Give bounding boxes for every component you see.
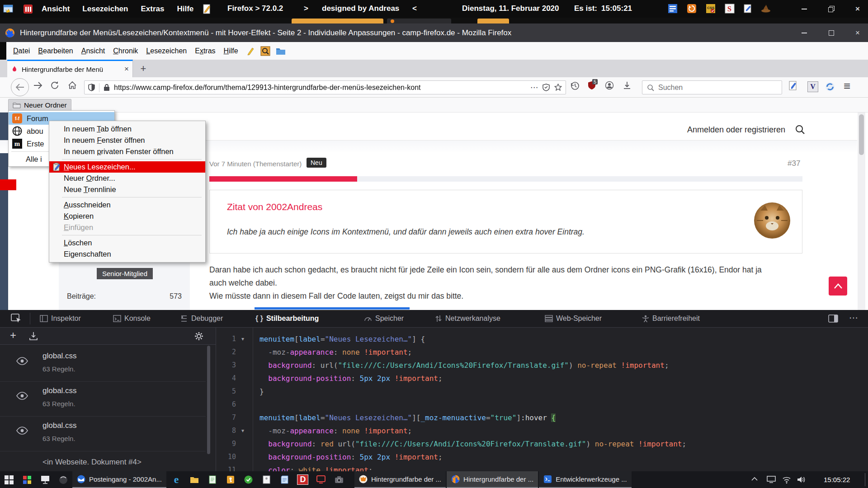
taskbar-dark-sphere-icon[interactable] — [54, 471, 72, 488]
tab-active[interactable]: Hintergrundfarbe der Menü × — [7, 60, 133, 77]
code-line[interactable]: menuitem[label="Neues Lesezeichen…"][_mo… — [259, 411, 556, 424]
style-editor-options-gear-icon[interactable] — [194, 332, 203, 341]
context-item-cut[interactable]: Ausschneiden — [49, 199, 205, 211]
account-button[interactable] — [605, 81, 614, 90]
taskbar-window-firefox-2[interactable]: Hintergrundfarbe der ... — [447, 471, 538, 488]
url-bar[interactable]: https://www.camp-firefox.de/forum/thema/… — [84, 80, 566, 94]
menu-bearbeiten[interactable]: Bearbeiten — [34, 45, 77, 57]
topbar-close-button[interactable]: × — [847, 0, 868, 18]
context-item-properties[interactable]: Eigenschaften — [49, 249, 205, 260]
taskbar-red-monitor-icon[interactable] — [312, 471, 330, 488]
page-actions-dots-icon[interactable]: ⋯ — [530, 83, 538, 92]
stylesheet-list-scrollbar[interactable] — [207, 345, 211, 488]
download-button[interactable] — [623, 81, 631, 89]
background-tab-fragment-orange[interactable] — [292, 19, 383, 23]
code-line[interactable]: -moz-appearance: none !important; — [259, 346, 412, 359]
import-stylesheet-button[interactable] — [29, 332, 38, 341]
stylish-icon[interactable]: S — [721, 0, 739, 17]
topbar-menu-ansicht[interactable]: Ansicht — [42, 5, 70, 14]
taskbar-card-icon[interactable] — [258, 471, 276, 488]
signin-link[interactable]: Anmelden oder registrieren — [687, 125, 785, 135]
firefox-close-button[interactable]: × — [847, 23, 868, 42]
menu-hilfe[interactable]: Hilfe — [220, 45, 242, 57]
firefox-minimize-button[interactable] — [794, 23, 815, 42]
show-desktop-sliver[interactable] — [865, 473, 865, 486]
notepad-icon[interactable] — [739, 0, 757, 17]
code-line[interactable]: } — [259, 385, 264, 398]
taskbar-d-app-icon[interactable]: D — [294, 471, 312, 488]
eye-visible-icon[interactable] — [16, 427, 28, 435]
new-stylesheet-button[interactable]: + — [10, 329, 16, 342]
history-button[interactable] — [571, 81, 580, 90]
taskbar-window-posteingang[interactable]: Posteingang - 2002An... — [72, 471, 166, 488]
witch-hat-icon[interactable] — [757, 0, 775, 17]
notes-pencil-icon[interactable] — [200, 0, 213, 17]
menubar-folder-icon[interactable] — [273, 42, 288, 59]
topbar-menu-hilfe[interactable]: Hilfe — [177, 5, 193, 14]
context-item-open-window[interactable]: In neuem Fenster öffnen — [49, 135, 205, 146]
taskbar-edge-icon[interactable]: e — [167, 471, 185, 488]
post-number-link[interactable]: #37 — [788, 159, 800, 168]
menubar-search-addon-icon[interactable] — [258, 42, 273, 59]
forum-search-icon[interactable] — [795, 124, 806, 135]
url-text[interactable]: https://www.camp-firefox.de/forum/thema/… — [114, 84, 526, 92]
taskbar-antivirus-icon[interactable] — [240, 471, 258, 488]
menu-lesezeichen[interactable]: Lesezeichen — [142, 45, 191, 57]
code-line[interactable]: background: red url("file:///C:/Users/An… — [259, 437, 686, 450]
tray-chevron-up-icon[interactable] — [751, 477, 758, 481]
firefox-maximize-button[interactable] — [821, 23, 842, 42]
start-button[interactable] — [0, 471, 18, 488]
dock-side-icon[interactable] — [828, 314, 838, 323]
context-item-new-folder[interactable]: Neuer Ordner... — [49, 173, 205, 184]
fold-marker-icon[interactable]: ▾ — [241, 333, 244, 346]
bookmark-star-icon[interactable] — [554, 84, 562, 91]
ublock-button[interactable]: 5 — [588, 81, 596, 90]
topbar-restore-button[interactable] — [821, 0, 842, 18]
taskbar-note-icon[interactable] — [276, 471, 294, 488]
new-tab-button[interactable]: + — [136, 61, 151, 76]
context-item-copy[interactable]: Kopieren — [49, 211, 205, 222]
pocket-shield-icon[interactable] — [542, 84, 550, 91]
taskbar-document-icon[interactable] — [203, 471, 222, 488]
context-item-delete[interactable]: Löschen — [49, 237, 205, 249]
stylesheet-item[interactable]: global.css 63 Regeln. — [0, 382, 206, 417]
fold-marker-icon[interactable]: ▾ — [241, 424, 244, 437]
devtools-meatball-menu[interactable]: ⋯ — [849, 312, 858, 323]
taskbar-keepass-icon[interactable] — [222, 471, 240, 488]
bookmarks-folder-button[interactable]: Neuer Ordner — [8, 99, 71, 111]
tab-close-icon[interactable]: × — [124, 65, 129, 74]
tab-web-speicher[interactable]: Web-Speicher — [545, 310, 602, 327]
stylesheet-item[interactable]: global.css 63 Regeln. — [0, 347, 206, 382]
hamburger-menu-button[interactable]: ≡ — [844, 79, 850, 93]
inline-stylesheet-name[interactable]: <in Webseite. Dokument #4> — [42, 458, 142, 467]
page-scrollbar[interactable] — [858, 113, 865, 310]
taskbar-screen-icon[interactable] — [36, 471, 54, 488]
context-item-open-tab[interactable]: In neuem Tab öffnen — [49, 123, 205, 135]
translate-swirl-icon[interactable] — [825, 81, 835, 92]
menu-extras[interactable]: Extras — [191, 45, 219, 57]
background-tab-fragment-dark[interactable] — [387, 19, 451, 23]
menu-datei[interactable]: Datei — [9, 45, 34, 57]
context-item-open-private[interactable]: In neuem privaten Fenster öffnen — [49, 146, 205, 157]
tray-network-icon[interactable] — [782, 475, 791, 483]
page-scrollbar-thumb[interactable] — [859, 114, 864, 155]
tab-speicher[interactable]: Speicher — [364, 310, 404, 327]
stylish-toolbar-icon[interactable] — [788, 81, 797, 91]
tab-netzwerkanalyse[interactable]: Netzwerkanalyse — [435, 310, 500, 327]
css-code-editor[interactable]: 1 2 3 4 5 6 7 8 9 10 11 ▾ ▾ menuitem[lab… — [216, 328, 868, 488]
forward-button[interactable] — [33, 82, 42, 89]
taskbar-window-devtools[interactable]: Entwicklerwerkzeuge ... — [539, 471, 632, 488]
user-avatar[interactable] — [754, 202, 790, 239]
code-line[interactable]: background-position: 5px 2px !important; — [259, 372, 443, 385]
taskbar-window-firefox-1[interactable]: Hintergrundfarbe der ... — [354, 471, 446, 488]
code-line[interactable]: -moz-appearance: none !important; — [259, 424, 412, 437]
dictionary-v-icon[interactable]: V — [807, 81, 818, 92]
home-button[interactable] — [68, 81, 77, 90]
code-line[interactable]: background: url("file:///C:/Users/Andi/I… — [259, 359, 669, 372]
tray-speaker-icon[interactable] — [797, 475, 806, 483]
menubar-pencil-icon[interactable] — [242, 42, 258, 59]
window-list-icon[interactable] — [664, 0, 682, 17]
code-line[interactable]: menuitem[label="Neues Lesezeichen…"] { — [259, 333, 425, 346]
background-tab-fragment-orange-2[interactable] — [477, 19, 509, 23]
bookmark-window-icon[interactable] — [0, 0, 16, 17]
